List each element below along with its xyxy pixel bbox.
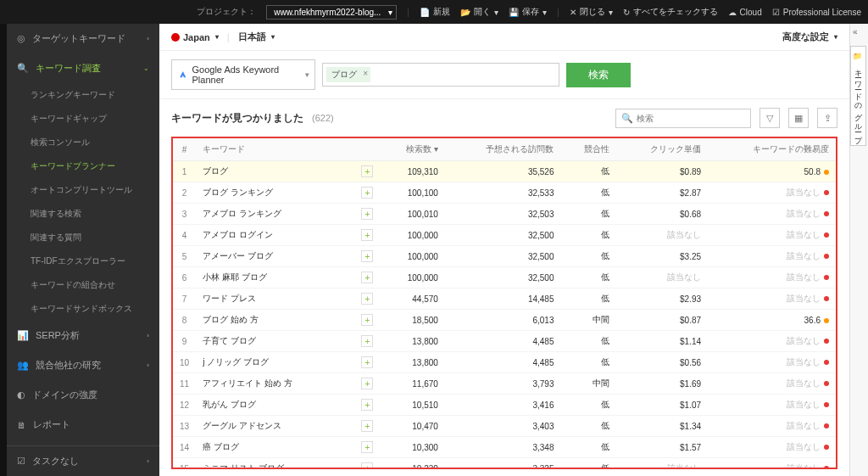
add-keyword-button[interactable]: + — [361, 250, 373, 262]
recheck-button[interactable]: ↻ すべてをチェックする — [623, 6, 718, 18]
cell-keyword: ブログ ランキング — [196, 182, 354, 204]
table-row[interactable]: 11アフィリエイト 始め 方+11,6703,793中間$1.69該当なし — [173, 373, 836, 395]
save-button[interactable]: 💾 保存 ▾ — [509, 6, 547, 18]
col-volume[interactable]: 検索数 ▾ — [380, 138, 445, 161]
topbar: プロジェクト： www.nfekhmyrm2022-blog... | 📄 新規… — [0, 0, 868, 24]
add-keyword-button[interactable]: + — [361, 165, 373, 177]
new-button[interactable]: 📄 新規 — [420, 6, 450, 18]
language-select[interactable]: 日本語 — [238, 31, 275, 43]
col-keyword[interactable]: キーワード — [196, 138, 354, 161]
nav-serp[interactable]: 📊SERP分析› — [7, 321, 159, 350]
sidebar-sub-item[interactable]: キーワードプランナー — [7, 154, 159, 178]
project-label: プロジェクト： — [197, 6, 256, 18]
table-row[interactable]: 5アメーバー ブログ+100,00032,500低$3.25該当なし — [173, 246, 836, 267]
add-keyword-button[interactable]: + — [361, 420, 373, 432]
keyword-groups-tab[interactable]: 📁キーワードのグループ — [850, 46, 867, 146]
table-row[interactable]: 3アメブロ ランキング+100,01032,503低$0.68該当なし — [173, 204, 836, 225]
filter-search[interactable]: 🔍 — [615, 109, 751, 128]
col-difficulty[interactable]: キーワードの難易度 — [708, 138, 836, 161]
col-competition[interactable]: 競合性 — [560, 138, 615, 161]
cell-difficulty: 該当なし — [708, 416, 836, 437]
table-row[interactable]: 14癌 ブログ+10,3003,348低$1.57該当なし — [173, 437, 836, 458]
table-row[interactable]: 6小林 麻耶 ブログ+100,00032,500低該当なし該当なし — [173, 267, 836, 288]
add-keyword-button[interactable]: + — [361, 272, 373, 283]
add-keyword-button[interactable]: + — [361, 462, 373, 469]
sidebar-sub-item[interactable]: 関連する質問 — [7, 226, 159, 249]
sidebar-sub-item[interactable]: 検索コンソール — [7, 131, 159, 154]
table-row[interactable]: 13グーグル アドセンス+10,4703,403低$1.34該当なし — [173, 416, 836, 437]
table-row[interactable]: 8ブログ 始め 方+18,5006,013中間$0.8736.6 — [173, 310, 836, 331]
cell-visits: 35,526 — [445, 161, 561, 182]
add-keyword-button[interactable]: + — [361, 208, 373, 220]
cell-cpc: 該当なし — [616, 458, 708, 470]
doc-icon: 🗎 — [17, 420, 26, 430]
nav-competitors[interactable]: 👥競合他社の研究› — [7, 350, 159, 380]
cell-competition: 低 — [560, 331, 615, 352]
cell-visits: 32,503 — [445, 204, 561, 225]
nav-tasks[interactable]: ☑タスクなし› — [7, 446, 159, 476]
sidebar-sub-item[interactable]: TF-IDFエクスプローラー — [7, 249, 159, 273]
cell-competition: 中間 — [560, 310, 615, 331]
keyword-input[interactable]: ブログ× — [322, 63, 559, 87]
sidebar-sub-item[interactable]: ランキングキーワード — [7, 83, 159, 107]
sidebar-sub-item[interactable]: キーワードの組合わせ — [7, 273, 159, 297]
sidebar-sub-item[interactable]: キーワードサンドボックス — [7, 297, 159, 321]
country-select[interactable]: Japan — [171, 32, 219, 42]
add-keyword-button[interactable]: + — [361, 356, 373, 368]
sidebar-sub-item[interactable]: 関連する検索 — [7, 202, 159, 226]
add-keyword-button[interactable]: + — [361, 441, 373, 453]
add-keyword-button[interactable]: + — [361, 229, 373, 241]
close-button[interactable]: ✕ 閉じる ▾ — [570, 6, 613, 18]
col-cpc[interactable]: クリック単価 — [616, 138, 708, 161]
nav-domain-strength[interactable]: ◐ドメインの強度 — [7, 380, 159, 410]
table-row[interactable]: 9子育て ブログ+13,8004,485低$1.14該当なし — [173, 331, 836, 352]
cell-keyword: アメブロ ログイン — [196, 225, 354, 246]
table-row[interactable]: 10j ノリッグ ブログ+13,8004,485低$0.56該当なし — [173, 352, 836, 373]
cell-keyword: グーグル アドセンス — [196, 416, 354, 437]
table-row[interactable]: 7ワード プレス+44,57014,485低$2.93該当なし — [173, 288, 836, 310]
table-row[interactable]: 15ミニマ リスト ブログ+10,2303,325低該当なし該当なし — [173, 458, 836, 470]
sidebar-sub-item[interactable]: オートコンプリートツール — [7, 178, 159, 202]
sidebar-sub-item[interactable]: キーワードギャップ — [7, 107, 159, 131]
add-keyword-button[interactable]: + — [361, 314, 373, 326]
col-visits[interactable]: 予想される訪問数 — [445, 138, 561, 161]
add-keyword-button[interactable]: + — [361, 293, 373, 305]
col-index[interactable]: # — [173, 138, 196, 161]
results-header: キーワードが見つかりました (622) 🔍 ▽ ▦ ⇪ — [159, 99, 849, 137]
chip-remove-icon[interactable]: × — [363, 69, 368, 78]
open-button[interactable]: 📂 開く ▾ — [460, 6, 498, 18]
task-icon: ☑ — [17, 456, 25, 467]
cell-volume: 44,570 — [380, 288, 445, 310]
cell-visits: 14,485 — [445, 288, 561, 310]
cell-index: 13 — [173, 416, 196, 437]
table-row[interactable]: 1ブログ+109,31035,526低$0.8950.8 — [173, 161, 836, 182]
filter-input[interactable] — [637, 114, 745, 123]
export-button[interactable]: ⇪ — [817, 108, 837, 128]
cell-competition: 低 — [560, 437, 615, 458]
add-keyword-button[interactable]: + — [361, 187, 373, 199]
cell-visits: 3,325 — [445, 458, 561, 470]
nav-target-keywords[interactable]: ◎ターゲットキーワード› — [7, 24, 159, 53]
table-row[interactable]: 4アメブロ ログイン+100,00032,500低該当なし該当なし — [173, 225, 836, 246]
advanced-settings[interactable]: 高度な設定 — [782, 31, 837, 43]
nav-report[interactable]: 🗎レポート — [7, 410, 159, 440]
cell-competition: 中間 — [560, 373, 615, 395]
nav-keyword-research[interactable]: 🔍キーワード調査⌄ — [7, 53, 159, 83]
license-badge[interactable]: ☑ Professional License — [772, 8, 861, 17]
search-button[interactable]: 検索 — [566, 63, 631, 87]
collapse-rail-icon[interactable]: « — [853, 27, 858, 36]
filter-button[interactable]: ▽ — [760, 108, 780, 128]
source-select[interactable]: Google Ads Keyword Planner — [171, 59, 315, 90]
cloud-button[interactable]: ☁ Cloud — [728, 8, 762, 17]
project-select[interactable]: www.nfekhmyrm2022-blog... — [266, 5, 397, 20]
table-row[interactable]: 12乳がん ブログ+10,5103,416低$1.07該当なし — [173, 395, 836, 416]
columns-button[interactable]: ▦ — [788, 108, 809, 128]
add-keyword-button[interactable]: + — [361, 335, 373, 347]
table-row[interactable]: 2ブログ ランキング+100,10032,533低$2.87該当なし — [173, 182, 836, 204]
add-keyword-button[interactable]: + — [361, 399, 373, 411]
cell-volume: 10,230 — [380, 458, 445, 470]
cell-competition: 低 — [560, 458, 615, 470]
cell-volume: 11,670 — [380, 373, 445, 395]
cell-index: 1 — [173, 161, 196, 182]
add-keyword-button[interactable]: + — [361, 378, 373, 389]
